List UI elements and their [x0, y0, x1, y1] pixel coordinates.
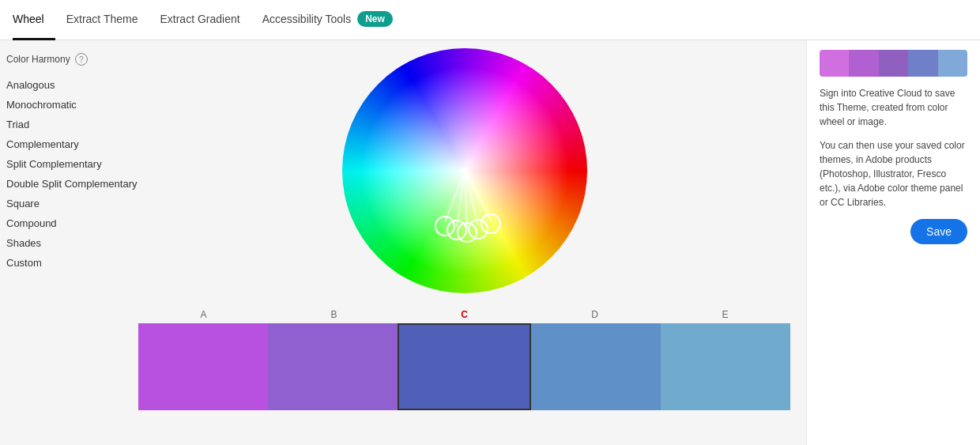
- svg-line-0: [445, 171, 465, 222]
- tab-extract-gradient[interactable]: Extract Gradient: [149, 0, 251, 40]
- swatch-e[interactable]: [661, 323, 790, 410]
- tab-wheel[interactable]: Wheel: [13, 0, 55, 40]
- sidebar-item-analogous[interactable]: Analogous: [6, 75, 122, 95]
- save-button[interactable]: Save: [910, 219, 967, 244]
- svg-point-9: [469, 220, 488, 239]
- tab-accessibility-tools[interactable]: Accessibility Tools New: [251, 0, 404, 40]
- swatch-label-d: D: [530, 309, 660, 320]
- nav-bar: Wheel Extract Theme Extract Gradient Acc…: [0, 0, 980, 40]
- center-area: A B C D E: [122, 40, 806, 445]
- sidebar-item-complementary[interactable]: Complementary: [6, 134, 122, 154]
- color-harmony-title: Color Harmony ?: [6, 53, 122, 66]
- strip-color-1: [820, 50, 849, 77]
- swatch-d[interactable]: [531, 323, 661, 410]
- swatch-label-a: A: [138, 309, 269, 320]
- swatch-label-c: C: [399, 309, 530, 320]
- sidebar-item-square[interactable]: Square: [6, 194, 122, 213]
- color-wheel-container[interactable]: [342, 48, 587, 293]
- svg-point-10: [481, 214, 500, 233]
- swatch-label-b: B: [269, 309, 399, 320]
- main-content: Color Harmony ? Analogous Monochromatic …: [0, 40, 980, 445]
- sidebar-item-triad[interactable]: Triad: [6, 115, 122, 134]
- new-badge: New: [357, 11, 393, 27]
- swatch-label-e: E: [660, 309, 790, 320]
- strip-color-3: [879, 50, 908, 77]
- svg-point-6: [435, 217, 454, 236]
- sidebar-item-double-split-complementary[interactable]: Double Split Complementary: [6, 174, 122, 194]
- strip-color-2: [849, 50, 878, 77]
- sidebar-item-monochromatic[interactable]: Monochromatic: [6, 95, 122, 115]
- sidebar-item-compound[interactable]: Compound: [6, 213, 122, 233]
- sidebar-item-shades[interactable]: Shades: [6, 233, 122, 253]
- right-panel: Sign into Creative Cloud to save this Th…: [806, 40, 980, 445]
- strip-color-4: [908, 50, 937, 77]
- color-strip: [820, 50, 967, 77]
- help-icon[interactable]: ?: [75, 53, 88, 66]
- swatches-row: [138, 323, 790, 410]
- strip-color-5: [938, 50, 967, 77]
- use-text: You can then use your saved color themes…: [820, 138, 967, 209]
- tab-extract-theme[interactable]: Extract Theme: [55, 0, 149, 40]
- sidebar-item-custom[interactable]: Custom: [6, 253, 122, 273]
- svg-point-5: [462, 168, 468, 174]
- svg-line-1: [457, 171, 465, 226]
- swatch-b[interactable]: [268, 323, 398, 410]
- swatch-c[interactable]: [398, 323, 530, 410]
- sidebar: Color Harmony ? Analogous Monochromatic …: [0, 40, 122, 445]
- sidebar-item-split-complementary[interactable]: Split Complementary: [6, 154, 122, 174]
- swatches-area: A B C D E: [138, 309, 790, 410]
- sign-in-text: Sign into Creative Cloud to save this Th…: [820, 86, 967, 129]
- wheel-svg: [342, 48, 587, 293]
- swatch-a[interactable]: [138, 323, 268, 410]
- swatch-labels: A B C D E: [138, 309, 790, 320]
- svg-line-4: [465, 171, 491, 221]
